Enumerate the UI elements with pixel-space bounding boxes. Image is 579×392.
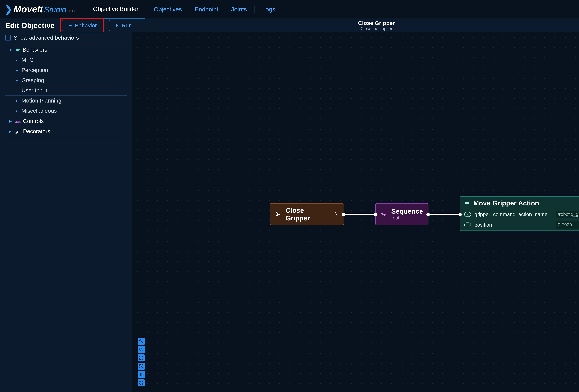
- node-move-gripper[interactable]: Move Gripper Action gripper_command_acti…: [460, 196, 579, 231]
- objective-title: Close Gripper: [358, 20, 395, 26]
- graph-canvas[interactable]: Close Gripper Sequence root Move Gripper…: [132, 32, 579, 392]
- pause-button[interactable]: [138, 371, 145, 378]
- show-advanced-label: Show advanced behaviors: [14, 35, 79, 41]
- tree-user-input[interactable]: ▸ User Input: [5, 85, 127, 96]
- app-logo: ❯ MoveIt Studio 1.12.0: [5, 4, 78, 15]
- out-port[interactable]: [426, 213, 430, 216]
- behaviors-icon: [15, 47, 20, 52]
- in-pin-icon[interactable]: [464, 212, 471, 217]
- nav-objectives[interactable]: Objectives: [147, 0, 188, 18]
- in-port[interactable]: [374, 213, 377, 216]
- expand-icon: ▸: [8, 118, 13, 124]
- zoom-toolbar: [138, 338, 145, 387]
- param-name: position: [474, 222, 492, 228]
- svg-line-11: [142, 350, 143, 351]
- plus-icon: [68, 23, 72, 28]
- divider: [146, 6, 146, 13]
- expand-icon: ▸: [15, 68, 19, 72]
- expand-icon: ▸: [15, 99, 19, 103]
- play-icon: [115, 23, 119, 28]
- tree-decorators[interactable]: ▸ 🖌 Decorators: [5, 126, 127, 136]
- app-name-sub: Studio: [44, 5, 66, 14]
- tree-perception[interactable]: ▸ Perception: [5, 65, 127, 75]
- tree-controls-label: Controls: [23, 118, 44, 124]
- tree-controls[interactable]: ▸ ⁎⁎ Controls: [5, 116, 127, 126]
- param-row: gripper_command_action_name /robotiq_gri…: [460, 209, 579, 220]
- edit-objective-bar: Edit Objective Behavior Run Close Grippe…: [0, 18, 579, 32]
- behavior-sidebar: Show advanced behaviors ▾ Behaviors ▸ MT…: [0, 32, 132, 392]
- node-sequence[interactable]: Sequence root: [375, 203, 429, 225]
- svg-rect-13: [141, 366, 142, 367]
- collapse-icon[interactable]: [333, 211, 339, 218]
- decorators-icon: 🖌: [15, 128, 21, 134]
- top-nav: ❯ MoveIt Studio 1.12.0 Objective Builder…: [0, 0, 579, 18]
- objective-subtitle: Close the gripper: [358, 26, 395, 31]
- node-subtitle: root: [391, 215, 423, 221]
- nav-logs[interactable]: Logs: [256, 0, 282, 18]
- tree-user-input-label: User Input: [21, 87, 47, 94]
- tree-motion-planning[interactable]: ▸ Motion Planning: [5, 96, 127, 106]
- in-port[interactable]: [458, 213, 462, 216]
- node-title: Sequence: [391, 208, 423, 215]
- tree-misc-label: Miscellaneous: [21, 108, 57, 114]
- controls-icon: ⁎⁎: [15, 118, 21, 124]
- expand-icon: ▸: [15, 78, 19, 82]
- param-name: gripper_command_action_name: [474, 212, 548, 217]
- objective-header: Close Gripper Close the gripper: [358, 20, 395, 31]
- param-value-input[interactable]: /robotiq_gripper_controller/gri: [556, 211, 579, 218]
- svg-rect-14: [140, 373, 141, 376]
- param-value-input[interactable]: 0.7929: [556, 221, 579, 229]
- node-title: Move Gripper Action: [473, 199, 539, 207]
- tree-behaviors[interactable]: ▾ Behaviors: [5, 45, 127, 55]
- svg-point-1: [17, 49, 20, 51]
- expand-button[interactable]: [138, 379, 145, 387]
- chevron-icon: ❯: [5, 4, 12, 15]
- svg-point-2: [381, 213, 383, 215]
- behavior-tree: ▾ Behaviors ▸ MTC ▸ Perception ▸ Graspin…: [5, 45, 127, 136]
- tree-icon: [275, 211, 281, 218]
- nav-endpoint[interactable]: Endpoint: [188, 0, 225, 18]
- in-pin-icon[interactable]: [464, 223, 471, 227]
- tree-mtc[interactable]: ▸ MTC: [5, 55, 127, 65]
- add-behavior-label: Behavior: [75, 22, 97, 29]
- svg-point-5: [467, 202, 469, 204]
- tree-misc[interactable]: ▸ Miscellaneous: [5, 106, 127, 116]
- nav-objective-builder[interactable]: Objective Builder: [87, 0, 145, 19]
- tree-grasping-label: Grasping: [21, 77, 44, 83]
- svg-point-3: [383, 214, 386, 216]
- tree-perception-label: Perception: [21, 67, 48, 73]
- node-close-gripper[interactable]: Close Gripper: [270, 203, 344, 225]
- run-button[interactable]: Run: [109, 20, 137, 31]
- expand-icon: ▸: [8, 129, 13, 134]
- svg-rect-15: [142, 373, 142, 376]
- expand-icon: ▸: [15, 109, 19, 113]
- cogs-icon: [380, 211, 387, 218]
- nav-joints[interactable]: Joints: [225, 0, 253, 18]
- divider: [254, 6, 255, 13]
- run-label: Run: [122, 22, 132, 29]
- tree-motion-planning-label: Motion Planning: [21, 97, 61, 104]
- tree-decorators-label: Decorators: [23, 128, 50, 134]
- fit-content-button[interactable]: [138, 354, 145, 361]
- zoom-out-button[interactable]: [138, 346, 145, 353]
- page-title: Edit Objective: [5, 21, 55, 30]
- center-button[interactable]: [138, 363, 145, 370]
- toolbar-buttons: Behavior Run: [60, 18, 138, 33]
- svg-line-7: [142, 342, 143, 343]
- param-row: position 0.7929: [460, 220, 579, 230]
- node-title: Close Gripper: [286, 206, 329, 222]
- out-port[interactable]: [342, 213, 345, 216]
- zoom-in-button[interactable]: [138, 338, 145, 345]
- add-behavior-button[interactable]: Behavior: [62, 20, 102, 31]
- expand-icon: ▾: [8, 47, 13, 53]
- behavior-icon: [464, 200, 470, 206]
- edge: [344, 214, 375, 215]
- highlight-annotation: Behavior: [60, 18, 104, 33]
- tree-mtc-label: MTC: [21, 57, 34, 63]
- tree-grasping[interactable]: ▸ Grasping: [5, 75, 127, 85]
- show-advanced-checkbox[interactable]: [5, 35, 11, 41]
- tree-behaviors-label: Behaviors: [23, 47, 47, 53]
- nav-items: Objective Builder Objectives Endpoint Jo…: [87, 0, 282, 19]
- app-version: 1.12.0: [68, 9, 78, 13]
- show-advanced-row[interactable]: Show advanced behaviors: [0, 32, 132, 43]
